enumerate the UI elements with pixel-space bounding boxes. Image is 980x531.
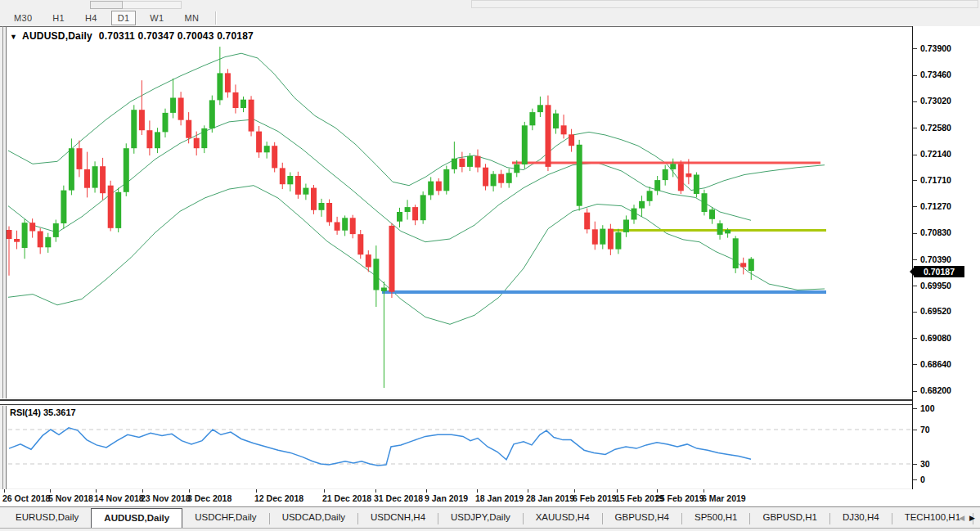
candle-body — [553, 114, 559, 128]
tab-usdjpy-daily[interactable]: USDJPY,Daily — [438, 508, 523, 529]
timeframe-button-d1[interactable]: D1 — [111, 11, 137, 25]
time-tick-mark — [324, 489, 325, 493]
candle-body — [100, 166, 106, 193]
price-chart-panel[interactable] — [7, 27, 912, 398]
time-tick-mark — [528, 489, 528, 493]
candle-body — [584, 213, 590, 230]
rsi-chart[interactable] — [7, 406, 912, 488]
tab-usdcnh-h4[interactable]: USDCNH,H4 — [358, 508, 438, 529]
candle-body — [256, 132, 262, 153]
candle-body — [623, 220, 629, 232]
candle-body — [342, 218, 348, 230]
chart-collapse-icon: ▼ — [10, 33, 17, 41]
time-tick-label: 6 Feb 2019 — [573, 493, 617, 503]
timeframe-button-h4[interactable]: H4 — [79, 11, 104, 25]
toolbar-sunken-box — [90, 1, 123, 9]
candle-body — [600, 229, 605, 245]
candle-body — [561, 125, 567, 134]
tab-eurusd-daily[interactable]: EURUSD,Daily — [3, 508, 91, 529]
time-tick-label: 6 Mar 2019 — [702, 493, 746, 503]
rsi-indicator-panel[interactable] — [7, 406, 912, 488]
price-tick-mark — [913, 391, 917, 392]
chart-symbol-label: AUDUSD,Daily — [22, 30, 92, 42]
chart-window-left-border — [2, 26, 3, 489]
tab-audusd-daily[interactable]: AUDUSD,Daily — [91, 508, 182, 529]
candle-body — [115, 192, 121, 228]
candle-body — [170, 98, 176, 113]
candle-body — [92, 166, 98, 187]
chart-tab-bar: EURUSD,DailyAUDUSD,DailyUSDCHF,DailyUSDC… — [0, 506, 980, 528]
candle-body — [663, 169, 668, 180]
candle-body — [53, 223, 59, 237]
rsi-line — [9, 428, 751, 466]
trading-terminal-window: M30H1H4D1W1MN ▼AUDUSD,Daily0.70311 0.703… — [0, 0, 980, 531]
candle-body — [139, 110, 145, 130]
price-axis[interactable]: 0.739000.734600.730200.725800.721400.717… — [912, 26, 980, 489]
time-tick-mark — [574, 489, 575, 493]
tab-gbpusd-h4[interactable]: GBPUSD,H4 — [603, 508, 681, 529]
price-tick-mark — [913, 364, 917, 365]
timeframe-button-w1[interactable]: W1 — [143, 11, 170, 25]
time-tick-mark — [477, 489, 478, 493]
candle-body — [483, 168, 488, 187]
candle-body — [686, 173, 691, 177]
price-tick-mark — [913, 180, 917, 181]
candle-body — [209, 100, 215, 128]
price-tick-label: 0.69950 — [920, 281, 951, 290]
timeframe-button-h1[interactable]: H1 — [46, 11, 71, 25]
price-tick-mark — [913, 338, 917, 339]
tab-dj30-h4[interactable]: DJ30,H4 — [830, 508, 892, 529]
toolbar-groove — [471, 0, 978, 8]
timeframe-button-m30[interactable]: M30 — [7, 11, 38, 25]
candle-body — [241, 100, 246, 108]
candle-body — [303, 188, 308, 195]
tab-usdcad-daily[interactable]: USDCAD,Daily — [270, 508, 357, 529]
rsi-tick-label: 0 — [920, 475, 925, 484]
time-axis[interactable]: 26 Oct 20185 Nov 201814 Nov 201823 Nov 2… — [0, 489, 980, 506]
candle-body — [529, 112, 535, 125]
price-tick-label: 0.73460 — [920, 70, 951, 79]
time-tick-label: 5 Nov 2018 — [48, 493, 93, 503]
candle-body — [201, 128, 207, 148]
tab-gbpusd-h1[interactable]: GBPUSD,H1 — [750, 508, 829, 529]
candle-body — [717, 223, 723, 235]
candle-body — [38, 232, 43, 248]
candle-body — [233, 92, 239, 108]
price-tick-mark — [913, 312, 917, 313]
timeframe-toolbar: M30H1H4D1W1MN — [0, 10, 980, 26]
tab-scroll-right-icon[interactable]: ▶ — [969, 514, 975, 522]
timeframe-button-mn[interactable]: MN — [178, 11, 205, 25]
candle-body — [694, 175, 699, 195]
candle-body — [577, 145, 582, 206]
candle-body — [452, 159, 457, 169]
candle-body — [569, 134, 574, 146]
rsi-tick-mark — [913, 464, 917, 465]
time-tick-mark — [189, 489, 190, 493]
candle-body — [7, 230, 12, 239]
candle-body — [225, 73, 231, 92]
time-tick-mark — [50, 489, 51, 493]
panel-splitter[interactable] — [0, 398, 980, 406]
candle-body — [272, 146, 277, 168]
price-tick-label: 0.73900 — [920, 43, 951, 53]
rsi-tick-mark — [913, 408, 917, 409]
candle-body — [186, 120, 191, 138]
rsi-tick-label: 30 — [920, 459, 930, 469]
price-tick-label: 0.71270 — [920, 201, 951, 211]
candle-body — [178, 98, 184, 120]
candlestick-chart[interactable] — [7, 27, 912, 398]
price-tick-mark — [913, 101, 917, 102]
time-tick-label: 31 Dec 2018 — [374, 493, 423, 503]
tab-usdchf-daily[interactable]: USDCHF,Daily — [182, 508, 268, 529]
time-tick-label: 3 Dec 2018 — [187, 493, 232, 503]
candle-body — [249, 100, 254, 132]
time-tick-label: 9 Jan 2019 — [425, 493, 468, 503]
candle-body — [217, 73, 223, 100]
tab-xauusd-h4[interactable]: XAUUSD,H4 — [524, 508, 602, 529]
price-tick-label: 0.71710 — [920, 175, 951, 185]
price-tick-label: 0.70830 — [920, 227, 951, 237]
rsi-tick-mark — [913, 479, 917, 480]
tab-scroll-left-icon[interactable]: ◀ — [959, 514, 964, 522]
chart-ohlc-values: 0.70311 0.70347 0.70043 0.70187 — [99, 30, 254, 42]
tab-sp500-h1[interactable]: SP500,H1 — [682, 508, 749, 529]
